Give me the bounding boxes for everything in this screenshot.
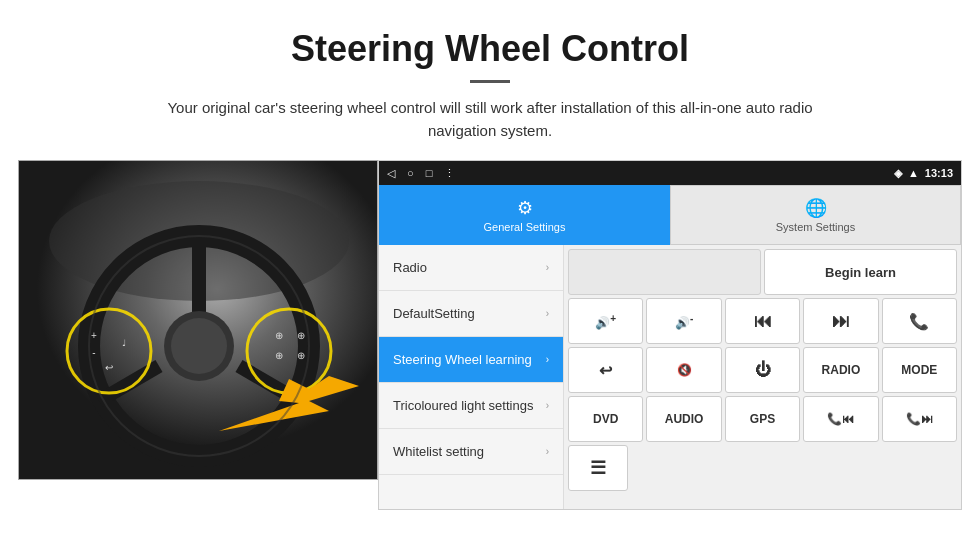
status-bar: ◁ ○ □ ⋮ ◈ ▲ 13:13 (379, 161, 961, 185)
menu-whitelist-label: Whitelist setting (393, 444, 484, 459)
steering-wheel-svg: + - ♩ ↩ ⊕ ⊕ ⊕ ⊕ (19, 161, 378, 480)
mode-button[interactable]: MODE (882, 347, 957, 393)
menu-radio-label: Radio (393, 260, 427, 275)
svg-text:⊕: ⊕ (275, 350, 283, 361)
power-button[interactable]: ⏻ (725, 347, 800, 393)
menu-item-steering-wheel[interactable]: Steering Wheel learning › (379, 337, 563, 383)
back-nav-icon[interactable]: ◁ (387, 167, 395, 180)
mute-button[interactable]: 🔇 (646, 347, 721, 393)
menu-nav-icon[interactable]: ⋮ (444, 167, 455, 180)
content-area: + - ♩ ↩ ⊕ ⊕ ⊕ ⊕ ◁ ○ □ ⋮ (18, 160, 962, 510)
svg-text:♩: ♩ (122, 338, 126, 348)
prev-track-button[interactable]: ⏮ (725, 298, 800, 344)
menu-item-radio[interactable]: Radio › (379, 245, 563, 291)
begin-learn-button[interactable]: Begin learn (764, 249, 957, 295)
menu-tricoloured-label: Tricoloured light settings (393, 398, 533, 413)
page-title: Steering Wheel Control (60, 28, 920, 70)
list-icon: ☰ (590, 457, 606, 479)
title-divider (470, 80, 510, 83)
svg-text:+: + (91, 330, 97, 341)
svg-text:⊕: ⊕ (297, 330, 305, 341)
signal-icon: ▲ (908, 167, 919, 179)
wifi-icon: ◈ (894, 167, 902, 180)
chevron-icon: › (546, 262, 549, 273)
svg-point-7 (171, 318, 227, 374)
mode-label: MODE (901, 363, 937, 377)
tab-general-label: General Settings (484, 221, 566, 233)
volume-down-button[interactable]: 🔊- (646, 298, 721, 344)
volume-up-button[interactable]: 🔊+ (568, 298, 643, 344)
panel-body: Radio › DefaultSetting › Steering Wheel … (379, 245, 961, 509)
empty-slot-1 (568, 249, 761, 295)
back-button[interactable]: ↩ (568, 347, 643, 393)
header-section: Steering Wheel Control Your original car… (0, 0, 980, 160)
power-icon: ⏻ (755, 361, 771, 379)
gps-label: GPS (750, 412, 775, 426)
chevron-icon: › (546, 446, 549, 457)
volume-down-icon: 🔊- (675, 313, 693, 330)
chevron-icon: › (546, 354, 549, 365)
nav-tabs: ⚙ General Settings 🌐 System Settings (379, 185, 961, 245)
subtitle-text: Your original car's steering wheel contr… (140, 97, 840, 142)
next-track-button[interactable]: ⏭ (803, 298, 878, 344)
next-track-icon: ⏭ (832, 311, 850, 332)
radio-button[interactable]: RADIO (803, 347, 878, 393)
home-nav-icon[interactable]: ○ (407, 167, 414, 179)
dvd-button[interactable]: DVD (568, 396, 643, 442)
chevron-icon: › (546, 308, 549, 319)
list-button[interactable]: ☰ (568, 445, 628, 491)
android-panel: ◁ ○ □ ⋮ ◈ ▲ 13:13 ⚙ General Settings 🌐 S… (378, 160, 962, 510)
audio-button[interactable]: AUDIO (646, 396, 721, 442)
clock: 13:13 (925, 167, 953, 179)
controls-row-2: 🔊+ 🔊- ⏮ ⏭ 📞 (568, 298, 957, 344)
controls-row-5: ☰ (568, 445, 957, 491)
gps-button[interactable]: GPS (725, 396, 800, 442)
general-settings-icon: ⚙ (517, 197, 533, 219)
menu-item-tricoloured[interactable]: Tricoloured light settings › (379, 383, 563, 429)
audio-label: AUDIO (665, 412, 704, 426)
svg-text:⊕: ⊕ (297, 350, 305, 361)
dvd-label: DVD (593, 412, 618, 426)
recents-nav-icon[interactable]: □ (426, 167, 433, 179)
svg-text:⊕: ⊕ (275, 330, 283, 341)
phone-prev-button[interactable]: 📞⏮ (803, 396, 878, 442)
sw-background: + - ♩ ↩ ⊕ ⊕ ⊕ ⊕ (19, 161, 377, 479)
svg-text:-: - (92, 347, 95, 358)
svg-text:↩: ↩ (105, 362, 113, 373)
phone-prev-icon: 📞⏮ (827, 412, 854, 426)
status-right: ◈ ▲ 13:13 (894, 167, 953, 180)
menu-steering-label: Steering Wheel learning (393, 352, 532, 367)
tab-system-label: System Settings (776, 221, 855, 233)
tab-general-settings[interactable]: ⚙ General Settings (379, 185, 670, 245)
phone-next-icon: 📞⏭ (906, 412, 933, 426)
system-settings-icon: 🌐 (805, 197, 827, 219)
menu-item-whitelist[interactable]: Whitelist setting › (379, 429, 563, 475)
controls-row-3: ↩ 🔇 ⏻ RADIO MODE (568, 347, 957, 393)
steering-wheel-image: + - ♩ ↩ ⊕ ⊕ ⊕ ⊕ (18, 160, 378, 480)
phone-button[interactable]: 📞 (882, 298, 957, 344)
chevron-icon: › (546, 400, 549, 411)
mute-icon: 🔇 (677, 363, 692, 377)
controls-grid: Begin learn 🔊+ 🔊- ⏮ ⏭ (564, 245, 961, 509)
status-left: ◁ ○ □ ⋮ (387, 167, 455, 180)
menu-list: Radio › DefaultSetting › Steering Wheel … (379, 245, 564, 509)
phone-next-button[interactable]: 📞⏭ (882, 396, 957, 442)
back-icon: ↩ (599, 361, 612, 380)
tab-system-settings[interactable]: 🌐 System Settings (670, 185, 961, 245)
controls-row-1: Begin learn (568, 249, 957, 295)
controls-row-4: DVD AUDIO GPS 📞⏮ 📞⏭ (568, 396, 957, 442)
menu-item-default-setting[interactable]: DefaultSetting › (379, 291, 563, 337)
radio-label: RADIO (822, 363, 861, 377)
phone-icon: 📞 (909, 312, 929, 331)
menu-default-label: DefaultSetting (393, 306, 475, 321)
prev-track-icon: ⏮ (754, 311, 772, 332)
volume-up-icon: 🔊+ (595, 313, 616, 330)
